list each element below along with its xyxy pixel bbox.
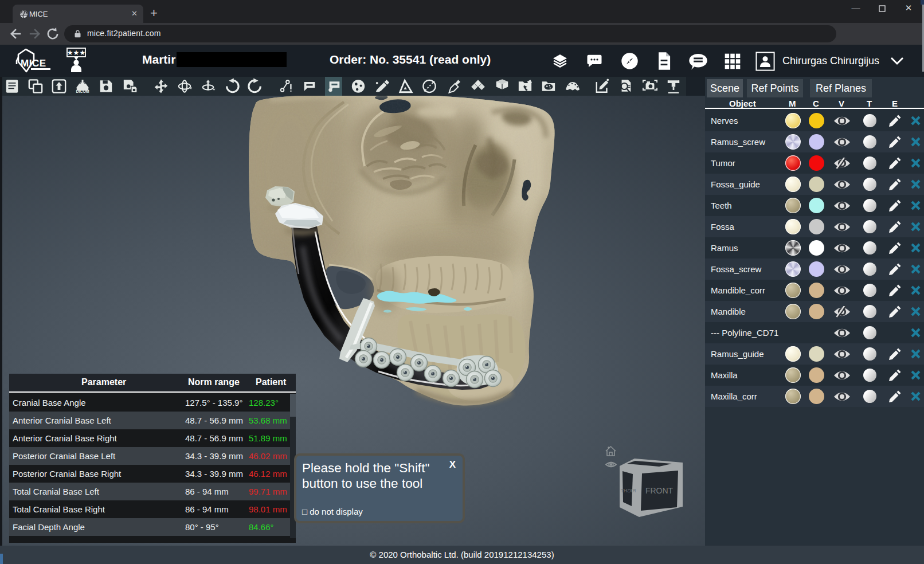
svg-text:★★★: ★★★ — [67, 49, 85, 57]
svg-text:FRONT: FRONT — [645, 486, 674, 495]
svg-text:DICOM: DICOM — [76, 89, 89, 93]
svg-text:MICE: MICE — [21, 58, 46, 69]
svg-text:RIGHT: RIGHT — [621, 488, 636, 493]
